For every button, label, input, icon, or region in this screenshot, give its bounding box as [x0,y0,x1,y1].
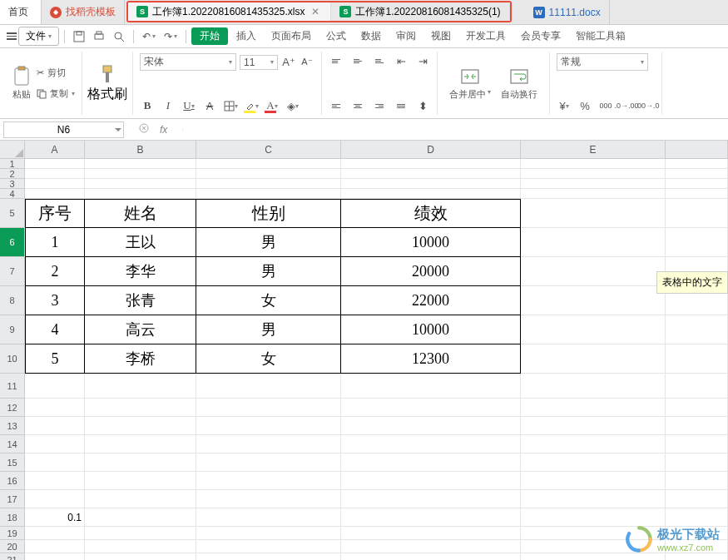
cell[interactable] [521,189,666,199]
cell[interactable] [666,472,728,490]
cell[interactable] [196,417,341,435]
cancel-formula-icon[interactable] [139,123,150,136]
row-header-19[interactable]: 19 [0,527,25,540]
paste-button[interactable]: 粘贴 [7,53,37,113]
format-painter-button[interactable]: 格式刷 [82,52,133,115]
cell[interactable] [85,527,196,540]
indent-left-icon[interactable]: ⇤ [394,53,409,68]
data-cell[interactable]: 10000 [341,228,521,257]
cell[interactable] [25,374,85,399]
cell[interactable] [196,169,341,179]
name-box[interactable]: N6 [3,121,124,138]
menu-formula[interactable]: 公式 [319,25,353,47]
underline-button[interactable]: U▾ [181,98,196,113]
cell[interactable] [666,344,728,374]
data-cell[interactable]: 高云 [85,315,196,344]
cell[interactable] [341,508,521,527]
cell[interactable] [341,527,521,540]
tab-template-store[interactable]: ◆ 找稻壳模板 [42,0,125,24]
cell[interactable] [666,374,728,399]
cell[interactable] [85,159,196,169]
row-header-20[interactable]: 20 [0,540,25,553]
cell[interactable] [196,159,341,169]
redo-icon[interactable]: ↷▾ [161,29,181,44]
font-size-select[interactable]: 11▾ [240,55,278,70]
cell[interactable] [666,435,728,453]
menu-devtools[interactable]: 开发工具 [459,25,513,47]
menu-page-layout[interactable]: 页面布局 [265,25,318,47]
font-increase-icon[interactable]: A⁺ [281,55,296,70]
data-cell[interactable]: 王以 [85,228,196,257]
row-header-11[interactable]: 11 [0,374,25,399]
data-cell[interactable]: 男 [196,257,341,286]
hamburger-icon[interactable] [7,32,17,40]
row-header-18[interactable]: 18 [0,508,25,527]
cell[interactable] [521,374,666,399]
align-middle-icon[interactable] [350,53,365,68]
indent-right-icon[interactable]: ⇥ [415,53,430,68]
clear-format-button[interactable]: ◈▾ [285,98,300,113]
row-header-17[interactable]: 17 [0,490,25,508]
cell[interactable] [196,179,341,189]
percent-icon[interactable]: % [577,98,592,113]
cell[interactable] [196,508,341,527]
cell[interactable] [521,435,666,453]
cell[interactable] [196,453,341,472]
menu-review[interactable]: 审阅 [389,25,423,47]
cell[interactable] [341,490,521,508]
close-icon[interactable]: ✕ [309,6,322,17]
cut-button[interactable]: ✂剪切 [37,67,75,79]
cell[interactable] [341,417,521,435]
cell[interactable] [521,315,666,344]
cell[interactable] [85,189,196,199]
row-header-21[interactable]: 21 [0,553,25,560]
menu-view[interactable]: 视图 [424,25,458,47]
cell[interactable] [666,553,728,560]
cell[interactable] [341,435,521,453]
row-header-4[interactable]: 4 [0,189,25,199]
cell[interactable] [196,540,341,553]
cell[interactable] [85,472,196,490]
col-header-B[interactable]: B [85,141,196,159]
tab-workbook1[interactable]: S 工作簿1.20220816081435325.xlsx ✕ [128,2,331,21]
cell[interactable] [341,553,521,560]
cell[interactable] [521,472,666,490]
row-header-5[interactable]: 5 [0,199,25,228]
data-cell[interactable]: 女 [196,286,341,315]
data-cell[interactable]: 4 [25,315,85,344]
menu-file[interactable]: 文件 ▾ [18,27,59,46]
formula-input[interactable] [182,128,728,131]
decrease-decimal-icon[interactable]: .00→.0 [640,98,655,113]
cell[interactable] [85,417,196,435]
data-cell[interactable]: 女 [196,344,341,374]
cell[interactable] [521,199,666,228]
cell[interactable] [85,374,196,399]
row-header-3[interactable]: 3 [0,179,25,189]
cell[interactable] [341,472,521,490]
font-color-button[interactable]: A▾ [265,98,280,113]
border-button[interactable]: ▾ [223,98,238,113]
cell[interactable] [25,490,85,508]
cell[interactable] [25,179,85,189]
data-cell[interactable]: 男 [196,315,341,344]
cell[interactable] [666,315,728,344]
cell[interactable] [25,453,85,472]
cell[interactable] [521,159,666,169]
tab-home[interactable]: 首页 [0,0,42,24]
cell[interactable] [341,159,521,169]
fill-color-button[interactable]: ▾ [244,98,259,113]
row-header-16[interactable]: 16 [0,472,25,490]
cell[interactable] [25,540,85,553]
cell[interactable] [25,189,85,199]
data-cell[interactable]: 1 [25,228,85,257]
data-cell[interactable]: 姓名 [85,199,196,228]
cell[interactable] [196,472,341,490]
data-cell[interactable]: 2 [25,257,85,286]
row-header-9[interactable]: 9 [0,315,25,344]
cell[interactable] [85,453,196,472]
data-cell[interactable]: 22000 [341,286,521,315]
cell[interactable] [666,417,728,435]
tab-doc[interactable]: W 11111.docx [525,0,610,24]
menu-insert[interactable]: 插入 [230,25,263,47]
menu-smart-toolbox[interactable]: 智能工具箱 [569,25,632,47]
